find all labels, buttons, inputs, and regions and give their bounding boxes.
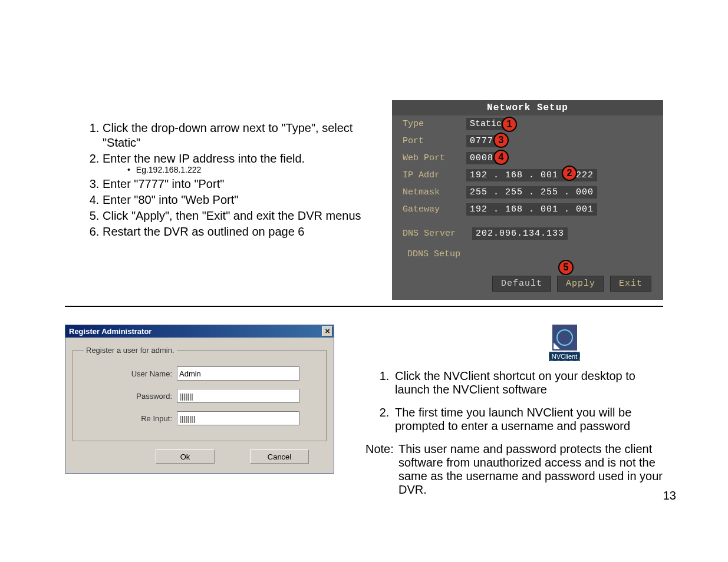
instruction-1: Click the drop-down arrow next to "Type"…	[103, 121, 374, 150]
gateway-input[interactable]: 192 . 168 . 001 . 001	[466, 203, 597, 216]
callout-5: 5	[558, 260, 574, 275]
username-label: User Name:	[84, 369, 177, 378]
dns-server-label: DNS Server	[403, 229, 472, 239]
ip-addr-label: IP Addr	[403, 170, 466, 180]
exit-button[interactable]: Exit	[610, 276, 651, 292]
password-input[interactable]	[177, 389, 299, 403]
instruction-5: Click "Apply", then "Exit" and exit the …	[103, 209, 374, 223]
callout-2: 2	[562, 166, 577, 181]
network-setup-panel: Network Setup Type Static ▼ 1 Port 07777…	[392, 100, 663, 300]
section-divider	[65, 306, 663, 307]
reinput-input[interactable]	[177, 411, 299, 425]
cancel-button[interactable]: Cancel	[250, 449, 309, 464]
nvclient-shortcut-icon[interactable]	[552, 325, 577, 351]
ddns-setup-link[interactable]: DDNS Setup	[392, 243, 663, 276]
nvclient-instruction-2: The first time you launch NVClient you w…	[393, 406, 663, 433]
instruction-2-example: Eg.192.168.1.222	[127, 165, 374, 176]
default-button[interactable]: Default	[492, 276, 551, 292]
page-number: 13	[663, 489, 676, 503]
netmask-label: Netmask	[403, 187, 466, 197]
dialog-title: Register Administrator	[69, 327, 151, 336]
nvclient-instruction-1: Click the NVClient shortcut on your desk…	[393, 369, 663, 396]
instruction-6: Restart the DVR as outlined on page 6	[103, 224, 374, 239]
port-label: Port	[403, 136, 466, 146]
nvclient-note: Note:This user name and password protect…	[360, 442, 663, 497]
instruction-4: Enter "80" into "Web Port"	[103, 193, 374, 207]
type-label: Type	[403, 119, 466, 129]
callout-4: 4	[493, 150, 509, 165]
ok-button[interactable]: Ok	[156, 449, 215, 464]
network-instructions: Click the drop-down arrow next to "Type"…	[65, 24, 374, 240]
reinput-label: Re Input:	[84, 414, 177, 423]
fieldset-legend: Register a user for admin.	[84, 346, 177, 355]
close-icon[interactable]: ✕	[322, 326, 332, 336]
callout-1: 1	[502, 117, 517, 132]
register-admin-dialog: Register Administrator ✕ Register a user…	[65, 325, 334, 474]
instruction-3: Enter "7777" into "Port"	[103, 177, 374, 191]
callout-3: 3	[493, 133, 509, 148]
netmask-input[interactable]: 255 . 255 . 255 . 000	[466, 186, 597, 199]
nvclient-instructions: Click the NVClient shortcut on your desk…	[360, 369, 663, 433]
instruction-2: Enter the new IP address into the field.…	[103, 151, 374, 176]
gateway-label: Gateway	[403, 204, 466, 214]
nvclient-label: NVClient	[549, 352, 580, 361]
apply-button[interactable]: Apply	[557, 276, 604, 292]
web-port-label: Web Port	[403, 153, 466, 163]
username-input[interactable]	[177, 366, 299, 381]
dns-server-input[interactable]: 202.096.134.133	[472, 227, 568, 240]
ip-addr-input[interactable]: 192 . 168 . 001 . 222	[466, 169, 597, 181]
password-label: Password:	[84, 392, 177, 401]
network-setup-title: Network Setup	[392, 100, 663, 115]
